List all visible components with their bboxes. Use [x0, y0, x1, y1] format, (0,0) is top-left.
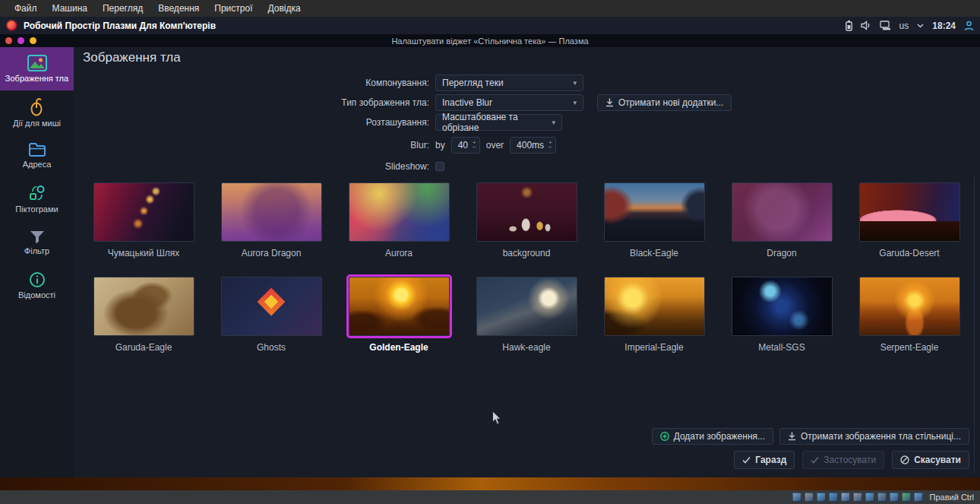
wallpaper-cell-milky-way[interactable]: Чумацький Шлях [80, 182, 207, 277]
wallpaper-cell-dragon[interactable]: Dragon [718, 182, 846, 277]
add-image-label: Додати зображення... [674, 431, 765, 442]
keyboard-layout-indicator[interactable]: us [899, 21, 909, 31]
sidebar-item-filter[interactable]: Фільтр [0, 220, 74, 264]
clipboard-display-icon[interactable] [880, 21, 891, 30]
slideshow-checkbox[interactable] [435, 162, 444, 171]
keyboard-icon[interactable] [914, 493, 923, 502]
sidebar-item-wallpaper[interactable]: Зображення тла [0, 47, 74, 90]
icons-icon [28, 184, 46, 202]
add-image-button[interactable]: Додати зображення... [652, 428, 773, 445]
blur-amount-spinbox[interactable]: 40 +− [451, 137, 480, 154]
wallpaper-thumbnail-ghosts[interactable] [221, 277, 322, 336]
mouse-integration-icon[interactable] [902, 493, 911, 502]
battery-icon[interactable] [846, 21, 852, 31]
window-title: Налаштувати віджет «Стільнична тека» — П… [0, 36, 980, 46]
host-menubar: ФайлМашинаПереглядВведенняПристроїДовідк… [0, 0, 980, 17]
sidebar-item-folder[interactable]: Адреса [0, 134, 74, 177]
wallpaper-thumbnail-black-eagle[interactable] [604, 182, 705, 242]
wallpaper-type-dropdown[interactable]: Inactive Blur ▾ [435, 94, 583, 111]
wallpaper-thumbnail-background[interactable] [476, 182, 577, 242]
cancel-label: Скасувати [914, 455, 961, 465]
settings-sidebar: Зображення тлаДії для мишіАдресаПіктогра… [0, 47, 74, 477]
recording-icon[interactable] [877, 493, 887, 502]
cancel-button[interactable]: Скасувати [892, 451, 969, 469]
positioning-dropdown[interactable]: Масштабоване та обрізане ▾ [435, 114, 562, 131]
wallpaper-thumbnail-milky-way[interactable] [93, 182, 194, 242]
gallery-scrollbar[interactable] [974, 176, 975, 473]
wallpaper-thumbnail-metall-sgs[interactable] [732, 277, 833, 336]
get-wallpapers-button[interactable]: Отримати зображення тла стільниці... [779, 428, 969, 445]
wallpaper-cell-serpent-eagle[interactable]: Serpent-Eagle [846, 277, 973, 371]
chevron-down-icon: ▾ [573, 99, 577, 106]
host-menu-item[interactable]: Перегляд [96, 2, 150, 15]
wallpaper-type-label: Тип зображення тла: [74, 97, 429, 108]
sidebar-item-icons[interactable]: Піктограми [0, 177, 74, 220]
wallpaper-cell-garuda-desert[interactable]: Garuda-Desert [846, 182, 973, 277]
wallpaper-form: Компонування: Перегляд теки ▾ Тип зображ… [74, 74, 980, 178]
positioning-label: Розташування: [74, 117, 429, 128]
sidebar-item-info[interactable]: Відомості [0, 264, 74, 307]
wallpaper-thumbnail-garuda-desert[interactable] [859, 182, 960, 242]
wallpaper-cell-imperial-eagle[interactable]: Imperial-Eagle [590, 277, 718, 371]
wallpaper-cell-background[interactable]: background [463, 182, 590, 277]
wallpaper-thumbnail-golden-eagle[interactable] [349, 277, 450, 336]
sidebar-item-mouse[interactable]: Дії для миші [0, 90, 74, 134]
mouse-cursor [492, 410, 502, 429]
wallpaper-cell-hawk-eagle[interactable]: Hawk-eagle [463, 277, 590, 371]
features-icon[interactable] [890, 493, 899, 502]
sidebar-item-label: Відомості [18, 290, 55, 300]
sidebar-item-label: Фільтр [24, 246, 49, 255]
blur-duration-value: 400ms [517, 140, 544, 151]
wallpaper-thumbnail-aurora-dragon[interactable] [221, 182, 322, 242]
wallpaper-cell-golden-eagle[interactable]: Golden-Eagle [335, 277, 463, 371]
wallpaper-cell-black-eagle[interactable]: Black-Eagle [590, 182, 718, 277]
audio-icon[interactable] [817, 493, 826, 502]
desktop-wallpaper-strip [0, 477, 980, 490]
plasma-panel: Робочий Простір Плазми Для Комп'ютерів u… [0, 17, 980, 34]
wallpaper-thumbnail-imperial-eagle[interactable] [604, 277, 705, 336]
ok-button[interactable]: Гаразд [734, 451, 795, 469]
clock[interactable]: 18:24 [932, 21, 956, 31]
host-menu-item[interactable]: Файл [8, 2, 44, 15]
wallpaper-cell-garuda-eagle[interactable]: Garuda-Eagle [80, 277, 207, 371]
wallpaper-label: Golden-Eagle [369, 342, 428, 353]
filter-icon [29, 230, 46, 244]
layout-dropdown[interactable]: Перегляд теки ▾ [435, 74, 583, 91]
optical-disc-icon[interactable] [805, 493, 814, 502]
volume-icon[interactable] [861, 21, 871, 30]
wallpaper-cell-aurora-dragon[interactable]: Aurora Dragon [207, 182, 335, 277]
dialog-buttons: Гаразд Застосувати Скасувати [734, 451, 969, 469]
usb-icon[interactable] [841, 493, 850, 502]
add-circle-icon [660, 432, 669, 441]
wallpaper-thumbnail-hawk-eagle[interactable] [476, 277, 577, 336]
apply-button[interactable]: Застосувати [802, 451, 884, 469]
wallpaper-thumbnail-garuda-eagle[interactable] [93, 277, 194, 336]
host-menu-item[interactable]: Пристрої [207, 2, 259, 15]
wallpaper-thumbnail-dragon[interactable] [732, 182, 833, 242]
spinbox-arrows-icon[interactable]: +− [548, 141, 552, 150]
spinbox-arrows-icon[interactable]: +− [473, 141, 476, 150]
wallpaper-thumbnail-aurora[interactable] [349, 182, 450, 242]
app-launcher-icon[interactable] [6, 20, 17, 31]
host-menu-item[interactable]: Довідка [261, 2, 308, 15]
get-new-plugins-button[interactable]: Отримати нові додатки... [597, 94, 732, 111]
network-icon[interactable] [829, 493, 838, 502]
display-icon[interactable] [865, 493, 874, 502]
blur-over-label: over [486, 140, 504, 151]
wallpaper-cell-aurora[interactable]: Aurora [335, 182, 463, 277]
blur-duration-spinbox[interactable]: 400ms +− [510, 137, 556, 154]
wallpaper-cell-metall-sgs[interactable]: Metall-SGS [718, 277, 846, 371]
wallpaper-cell-ghosts[interactable]: Ghosts [207, 277, 335, 371]
page-title: Зображення тла [83, 50, 181, 65]
shared-folders-icon[interactable] [853, 493, 862, 502]
gallery-actions: Додати зображення... Отримати зображення… [652, 428, 969, 445]
hdd-icon[interactable] [792, 493, 801, 502]
host-menu-item[interactable]: Введення [151, 2, 206, 15]
blur-by-label: by [435, 140, 445, 151]
user-icon[interactable] [964, 21, 974, 31]
system-tray: us 18:24 [846, 21, 974, 31]
wallpaper-thumbnail-serpent-eagle[interactable] [859, 277, 960, 336]
wallpaper-label: background [503, 248, 551, 258]
chevron-down-icon[interactable] [917, 24, 924, 28]
host-menu-item[interactable]: Машина [46, 2, 94, 15]
